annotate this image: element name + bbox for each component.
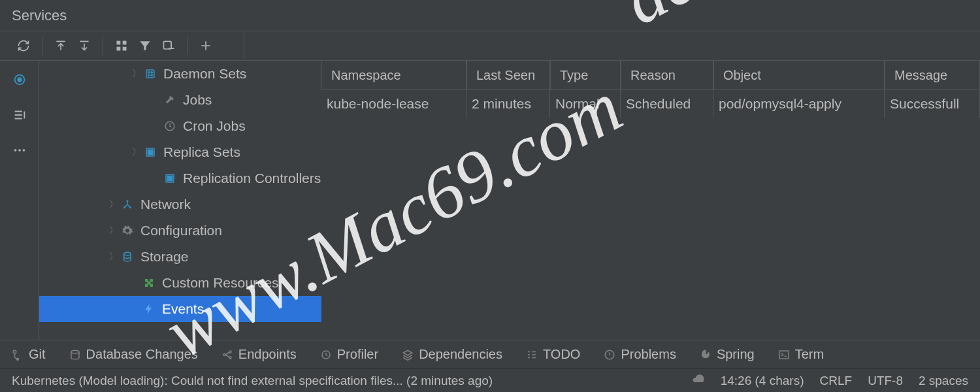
svg-rect-2 — [117, 47, 121, 51]
svg-point-9 — [22, 149, 25, 152]
cell-namespace: kube-node-lease — [321, 90, 466, 118]
svg-point-31 — [17, 358, 19, 360]
panel-title: Services — [12, 7, 67, 24]
svg-rect-24 — [167, 179, 169, 181]
tree-item-label: Network — [140, 197, 191, 212]
cell-reason: Scheduled — [621, 90, 713, 118]
tree-item-label: Storage — [140, 249, 189, 265]
tree-item-events[interactable]: Events — [39, 296, 321, 322]
svg-point-7 — [14, 149, 16, 152]
grid-icon — [162, 172, 178, 184]
svg-point-11 — [148, 72, 150, 73]
svg-rect-20 — [151, 153, 153, 155]
expand-all-button[interactable] — [49, 34, 73, 57]
services-toolbar — [0, 31, 980, 61]
svg-rect-22 — [167, 176, 169, 178]
status-message: Kubernetes (Model loading): Could not fi… — [12, 374, 676, 388]
group-by-button[interactable] — [110, 34, 133, 57]
database-changes-tab[interactable]: Database Changes — [69, 347, 198, 362]
table-row[interactable]: kube-node-lease 2 minutes Normal Schedul… — [321, 90, 980, 118]
problems-tab[interactable]: Problems — [604, 347, 676, 362]
daemon-icon — [142, 68, 158, 80]
panel-title-bar: Services — [0, 0, 980, 31]
events-table: Namespace Last Seen Type Reason Object M… — [321, 61, 980, 340]
tree-item-label: Replica Sets — [163, 144, 240, 160]
col-last-seen[interactable]: Last Seen — [466, 61, 550, 90]
indent-setting[interactable]: 2 spaces — [919, 374, 968, 388]
col-object[interactable]: Object — [713, 61, 885, 90]
tree-item-network[interactable]: 〉Network — [39, 191, 321, 218]
grid-icon — [142, 146, 158, 158]
bottom-toolbar: Git Database Changes Endpoints Profiler … — [0, 340, 980, 368]
filter-button[interactable] — [133, 34, 157, 57]
clock-icon — [162, 120, 178, 132]
tree-item-configuration[interactable]: 〉Configuration — [39, 218, 321, 244]
col-namespace[interactable]: Namespace — [321, 61, 466, 90]
dependencies-tab[interactable]: Dependencies — [402, 347, 502, 362]
cell-message: Successfull — [885, 90, 980, 118]
svg-rect-23 — [171, 176, 172, 178]
tree-item-label: Configuration — [140, 223, 222, 238]
refresh-button[interactable] — [12, 34, 35, 57]
chevron-right-icon: 〉 — [108, 225, 120, 237]
svg-rect-17 — [148, 150, 150, 152]
tree-item-daemon-sets[interactable]: 〉Daemon Sets — [39, 61, 321, 87]
target-icon[interactable] — [12, 73, 27, 90]
add-button[interactable] — [194, 34, 218, 57]
stack-icon[interactable] — [12, 108, 27, 125]
svg-point-34 — [229, 351, 231, 353]
tree-item-label: Events — [162, 301, 204, 317]
svg-rect-10 — [146, 70, 154, 78]
tree-item-custom-resources[interactable]: Custom Resources — [39, 270, 321, 296]
file-encoding[interactable]: UTF-8 — [868, 374, 903, 388]
tree-item-label: Custom Resources — [162, 275, 279, 291]
chevron-right-icon: 〉 — [131, 146, 142, 158]
svg-point-13 — [148, 74, 150, 76]
todo-tab[interactable]: TODO — [526, 347, 580, 362]
tree-item-replica-sets[interactable]: 〉Replica Sets — [39, 139, 321, 165]
add-service-button[interactable] — [157, 34, 180, 57]
svg-point-35 — [229, 357, 231, 359]
cell-object: pod/opmysql4-apply — [713, 90, 885, 118]
svg-rect-0 — [117, 41, 121, 45]
tree-item-cron-jobs[interactable]: Cron Jobs — [39, 113, 321, 139]
svg-point-32 — [71, 350, 79, 353]
svg-rect-18 — [151, 150, 153, 152]
gear-icon — [120, 225, 135, 237]
tree-item-label: Daemon Sets — [163, 66, 246, 82]
col-type[interactable]: Type — [550, 61, 621, 90]
svg-rect-38 — [779, 351, 789, 359]
svg-rect-3 — [123, 47, 127, 51]
profiler-tab[interactable]: Profiler — [320, 347, 378, 362]
status-bar: Kubernetes (Model loading): Could not fi… — [0, 368, 980, 392]
col-message[interactable]: Message — [885, 61, 980, 90]
git-tab[interactable]: Git — [12, 347, 46, 362]
tree-item-storage[interactable]: 〉Storage — [39, 244, 321, 270]
chevron-right-icon: 〉 — [131, 68, 142, 80]
cursor-position[interactable]: 14:26 (4 chars) — [721, 374, 804, 388]
network-icon — [120, 199, 135, 210]
svg-point-29 — [124, 252, 131, 255]
tree-item-replication-controllers[interactable]: Replication Controllers — [39, 165, 321, 191]
line-separator[interactable]: CRLF — [820, 374, 853, 388]
puzzle-icon — [141, 277, 157, 289]
tree-panel: 〉Daemon SetsJobsCron Jobs〉Replica SetsRe… — [39, 61, 321, 340]
collapse-all-button[interactable] — [73, 34, 96, 57]
terminal-tab[interactable]: Term — [778, 347, 824, 362]
spring-tab[interactable]: Spring — [700, 347, 755, 362]
tree-item-label: Cron Jobs — [183, 118, 246, 134]
tree-item-label: Replication Controllers — [183, 171, 321, 186]
svg-point-6 — [18, 78, 22, 82]
db-icon — [120, 251, 135, 263]
svg-point-26 — [127, 200, 129, 202]
bolt-icon — [141, 303, 157, 315]
endpoints-tab[interactable]: Endpoints — [221, 347, 297, 362]
side-gutter — [0, 61, 39, 340]
cloud-icon[interactable] — [692, 372, 705, 389]
svg-point-33 — [223, 353, 225, 355]
svg-point-14 — [151, 74, 152, 76]
col-reason[interactable]: Reason — [621, 61, 713, 90]
svg-rect-1 — [123, 41, 127, 45]
more-icon[interactable] — [12, 143, 27, 160]
tree-item-jobs[interactable]: Jobs — [39, 87, 321, 113]
